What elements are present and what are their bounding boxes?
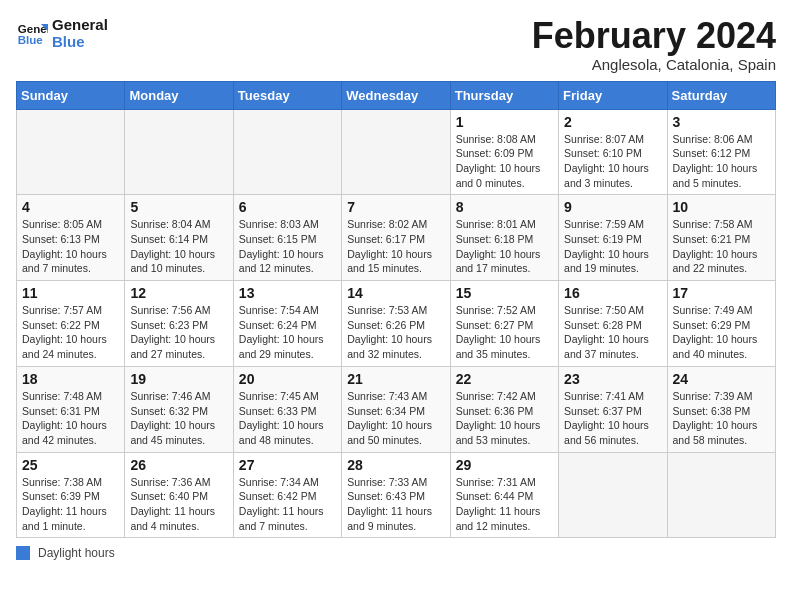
day-info: Sunrise: 7:42 AM Sunset: 6:36 PM Dayligh… xyxy=(456,389,553,448)
day-info: Sunrise: 8:01 AM Sunset: 6:18 PM Dayligh… xyxy=(456,217,553,276)
calendar-cell: 27Sunrise: 7:34 AM Sunset: 6:42 PM Dayli… xyxy=(233,452,341,538)
logo-blue: Blue xyxy=(52,33,108,50)
calendar-cell: 5Sunrise: 8:04 AM Sunset: 6:14 PM Daylig… xyxy=(125,195,233,281)
day-info: Sunrise: 7:43 AM Sunset: 6:34 PM Dayligh… xyxy=(347,389,444,448)
calendar-cell: 2Sunrise: 8:07 AM Sunset: 6:10 PM Daylig… xyxy=(559,109,667,195)
calendar-cell: 29Sunrise: 7:31 AM Sunset: 6:44 PM Dayli… xyxy=(450,452,558,538)
calendar-week-4: 25Sunrise: 7:38 AM Sunset: 6:39 PM Dayli… xyxy=(17,452,776,538)
calendar-cell xyxy=(125,109,233,195)
calendar-cell: 12Sunrise: 7:56 AM Sunset: 6:23 PM Dayli… xyxy=(125,281,233,367)
calendar-week-3: 18Sunrise: 7:48 AM Sunset: 6:31 PM Dayli… xyxy=(17,366,776,452)
day-info: Sunrise: 7:31 AM Sunset: 6:44 PM Dayligh… xyxy=(456,475,553,534)
calendar-week-0: 1Sunrise: 8:08 AM Sunset: 6:09 PM Daylig… xyxy=(17,109,776,195)
calendar-cell: 28Sunrise: 7:33 AM Sunset: 6:43 PM Dayli… xyxy=(342,452,450,538)
day-number: 10 xyxy=(673,199,770,215)
daylight-legend-box xyxy=(16,546,30,560)
day-number: 18 xyxy=(22,371,119,387)
day-number: 24 xyxy=(673,371,770,387)
weekday-header-monday: Monday xyxy=(125,81,233,109)
day-number: 15 xyxy=(456,285,553,301)
calendar-cell: 14Sunrise: 7:53 AM Sunset: 6:26 PM Dayli… xyxy=(342,281,450,367)
calendar-cell: 16Sunrise: 7:50 AM Sunset: 6:28 PM Dayli… xyxy=(559,281,667,367)
day-number: 1 xyxy=(456,114,553,130)
calendar-cell: 11Sunrise: 7:57 AM Sunset: 6:22 PM Dayli… xyxy=(17,281,125,367)
day-number: 3 xyxy=(673,114,770,130)
calendar-cell: 4Sunrise: 8:05 AM Sunset: 6:13 PM Daylig… xyxy=(17,195,125,281)
calendar-cell xyxy=(559,452,667,538)
calendar-cell: 20Sunrise: 7:45 AM Sunset: 6:33 PM Dayli… xyxy=(233,366,341,452)
day-info: Sunrise: 8:07 AM Sunset: 6:10 PM Dayligh… xyxy=(564,132,661,191)
weekday-header-saturday: Saturday xyxy=(667,81,775,109)
day-info: Sunrise: 7:53 AM Sunset: 6:26 PM Dayligh… xyxy=(347,303,444,362)
calendar-cell: 13Sunrise: 7:54 AM Sunset: 6:24 PM Dayli… xyxy=(233,281,341,367)
calendar-cell xyxy=(17,109,125,195)
weekday-header-wednesday: Wednesday xyxy=(342,81,450,109)
day-number: 26 xyxy=(130,457,227,473)
calendar-cell xyxy=(342,109,450,195)
calendar-header: SundayMondayTuesdayWednesdayThursdayFrid… xyxy=(17,81,776,109)
day-info: Sunrise: 7:50 AM Sunset: 6:28 PM Dayligh… xyxy=(564,303,661,362)
calendar-cell: 22Sunrise: 7:42 AM Sunset: 6:36 PM Dayli… xyxy=(450,366,558,452)
day-info: Sunrise: 7:59 AM Sunset: 6:19 PM Dayligh… xyxy=(564,217,661,276)
day-info: Sunrise: 7:33 AM Sunset: 6:43 PM Dayligh… xyxy=(347,475,444,534)
weekday-header-tuesday: Tuesday xyxy=(233,81,341,109)
calendar-cell: 15Sunrise: 7:52 AM Sunset: 6:27 PM Dayli… xyxy=(450,281,558,367)
day-info: Sunrise: 7:49 AM Sunset: 6:29 PM Dayligh… xyxy=(673,303,770,362)
day-number: 12 xyxy=(130,285,227,301)
day-info: Sunrise: 7:34 AM Sunset: 6:42 PM Dayligh… xyxy=(239,475,336,534)
calendar-cell: 25Sunrise: 7:38 AM Sunset: 6:39 PM Dayli… xyxy=(17,452,125,538)
month-title: February 2024 xyxy=(532,16,776,56)
day-number: 9 xyxy=(564,199,661,215)
day-number: 28 xyxy=(347,457,444,473)
day-info: Sunrise: 7:45 AM Sunset: 6:33 PM Dayligh… xyxy=(239,389,336,448)
day-number: 20 xyxy=(239,371,336,387)
weekday-header-row: SundayMondayTuesdayWednesdayThursdayFrid… xyxy=(17,81,776,109)
day-number: 11 xyxy=(22,285,119,301)
calendar-cell: 8Sunrise: 8:01 AM Sunset: 6:18 PM Daylig… xyxy=(450,195,558,281)
day-number: 27 xyxy=(239,457,336,473)
calendar-cell: 17Sunrise: 7:49 AM Sunset: 6:29 PM Dayli… xyxy=(667,281,775,367)
day-info: Sunrise: 8:06 AM Sunset: 6:12 PM Dayligh… xyxy=(673,132,770,191)
logo-icon: General Blue xyxy=(16,17,48,49)
calendar-cell: 9Sunrise: 7:59 AM Sunset: 6:19 PM Daylig… xyxy=(559,195,667,281)
day-info: Sunrise: 7:46 AM Sunset: 6:32 PM Dayligh… xyxy=(130,389,227,448)
day-info: Sunrise: 8:08 AM Sunset: 6:09 PM Dayligh… xyxy=(456,132,553,191)
title-block: February 2024 Anglesola, Catalonia, Spai… xyxy=(532,16,776,73)
calendar-cell: 1Sunrise: 8:08 AM Sunset: 6:09 PM Daylig… xyxy=(450,109,558,195)
day-number: 29 xyxy=(456,457,553,473)
day-info: Sunrise: 7:39 AM Sunset: 6:38 PM Dayligh… xyxy=(673,389,770,448)
calendar-week-1: 4Sunrise: 8:05 AM Sunset: 6:13 PM Daylig… xyxy=(17,195,776,281)
day-number: 8 xyxy=(456,199,553,215)
calendar-cell: 23Sunrise: 7:41 AM Sunset: 6:37 PM Dayli… xyxy=(559,366,667,452)
calendar-cell: 21Sunrise: 7:43 AM Sunset: 6:34 PM Dayli… xyxy=(342,366,450,452)
day-number: 14 xyxy=(347,285,444,301)
day-info: Sunrise: 7:54 AM Sunset: 6:24 PM Dayligh… xyxy=(239,303,336,362)
day-number: 22 xyxy=(456,371,553,387)
day-number: 19 xyxy=(130,371,227,387)
page-header: General Blue General Blue February 2024 … xyxy=(16,16,776,73)
day-number: 21 xyxy=(347,371,444,387)
calendar-cell: 18Sunrise: 7:48 AM Sunset: 6:31 PM Dayli… xyxy=(17,366,125,452)
day-info: Sunrise: 7:38 AM Sunset: 6:39 PM Dayligh… xyxy=(22,475,119,534)
day-number: 16 xyxy=(564,285,661,301)
calendar-cell: 3Sunrise: 8:06 AM Sunset: 6:12 PM Daylig… xyxy=(667,109,775,195)
day-info: Sunrise: 7:48 AM Sunset: 6:31 PM Dayligh… xyxy=(22,389,119,448)
day-number: 2 xyxy=(564,114,661,130)
day-info: Sunrise: 8:05 AM Sunset: 6:13 PM Dayligh… xyxy=(22,217,119,276)
calendar-cell: 24Sunrise: 7:39 AM Sunset: 6:38 PM Dayli… xyxy=(667,366,775,452)
weekday-header-friday: Friday xyxy=(559,81,667,109)
weekday-header-sunday: Sunday xyxy=(17,81,125,109)
calendar-table: SundayMondayTuesdayWednesdayThursdayFrid… xyxy=(16,81,776,539)
day-info: Sunrise: 7:36 AM Sunset: 6:40 PM Dayligh… xyxy=(130,475,227,534)
day-info: Sunrise: 7:52 AM Sunset: 6:27 PM Dayligh… xyxy=(456,303,553,362)
day-info: Sunrise: 7:57 AM Sunset: 6:22 PM Dayligh… xyxy=(22,303,119,362)
svg-text:Blue: Blue xyxy=(18,34,44,46)
daylight-legend-label: Daylight hours xyxy=(38,546,115,560)
day-info: Sunrise: 8:03 AM Sunset: 6:15 PM Dayligh… xyxy=(239,217,336,276)
calendar-cell: 26Sunrise: 7:36 AM Sunset: 6:40 PM Dayli… xyxy=(125,452,233,538)
day-number: 23 xyxy=(564,371,661,387)
day-number: 6 xyxy=(239,199,336,215)
logo: General Blue General Blue xyxy=(16,16,108,50)
day-info: Sunrise: 7:41 AM Sunset: 6:37 PM Dayligh… xyxy=(564,389,661,448)
day-number: 17 xyxy=(673,285,770,301)
